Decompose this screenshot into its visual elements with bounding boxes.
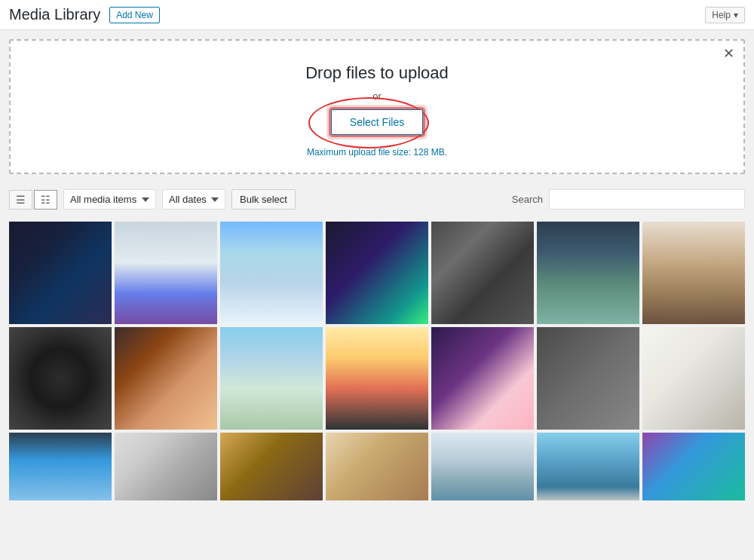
media-type-filter[interactable]: All media items Images Audio Video: [63, 189, 156, 210]
add-new-button[interactable]: Add New: [109, 7, 160, 23]
chevron-down-icon: ▾: [734, 10, 738, 20]
media-item[interactable]: [326, 222, 428, 324]
help-label: Help: [712, 10, 731, 20]
media-item[interactable]: [220, 327, 323, 430]
media-item[interactable]: [115, 433, 217, 500]
help-button[interactable]: Help ▾: [705, 7, 745, 23]
media-item[interactable]: [220, 433, 323, 500]
upload-max-size: Maximum upload file size: 128 MB.: [307, 147, 447, 158]
media-item[interactable]: [537, 433, 639, 500]
media-item[interactable]: [9, 433, 112, 500]
page-title: Media Library: [9, 6, 100, 23]
upload-area: ✕ Drop files to upload or Select Files M…: [9, 39, 745, 174]
max-size-text: Maximum upload file size:: [307, 147, 411, 158]
media-item[interactable]: [642, 433, 745, 500]
upload-close-button[interactable]: ✕: [723, 47, 734, 60]
grid-icon: ☷: [41, 194, 51, 206]
media-item[interactable]: [326, 433, 428, 500]
media-item[interactable]: [220, 222, 323, 324]
select-files-button[interactable]: Select Files: [331, 109, 423, 135]
media-item[interactable]: [537, 222, 639, 324]
select-files-wrapper: Select Files: [331, 109, 423, 135]
media-grid: [9, 222, 745, 500]
max-size-value: 128 MB.: [413, 147, 447, 158]
media-item[interactable]: [642, 327, 745, 430]
bulk-select-button[interactable]: Bulk select: [231, 189, 296, 210]
date-filter[interactable]: All dates: [162, 189, 225, 210]
view-grid-button[interactable]: ☷: [34, 190, 57, 210]
search-area: Search: [512, 189, 745, 210]
view-toggle: ☰ ☷: [9, 190, 57, 210]
media-item[interactable]: [431, 327, 534, 430]
top-bar-left: Media Library Add New: [9, 6, 160, 23]
media-item[interactable]: [431, 433, 534, 500]
list-icon: ☰: [16, 194, 26, 206]
media-item[interactable]: [537, 327, 639, 430]
media-item[interactable]: [115, 327, 217, 430]
view-list-button[interactable]: ☰: [9, 190, 32, 210]
upload-content: Drop files to upload or Select Files Max…: [11, 41, 743, 173]
filter-bar: ☰ ☷ All media items Images Audio Video A…: [9, 183, 745, 216]
search-label: Search: [512, 194, 543, 205]
media-item[interactable]: [642, 222, 745, 324]
media-item[interactable]: [326, 327, 428, 430]
media-item[interactable]: [9, 222, 112, 324]
media-item[interactable]: [431, 222, 534, 324]
media-item[interactable]: [9, 327, 112, 430]
page-wrapper: Media Library Add New Help ▾ ✕ Drop file…: [0, 0, 754, 560]
upload-drop-title: Drop files to upload: [305, 63, 449, 83]
media-item[interactable]: [115, 222, 217, 324]
upload-or-text: or: [372, 90, 382, 102]
search-input[interactable]: [549, 189, 745, 210]
top-bar: Media Library Add New Help ▾: [0, 0, 754, 30]
